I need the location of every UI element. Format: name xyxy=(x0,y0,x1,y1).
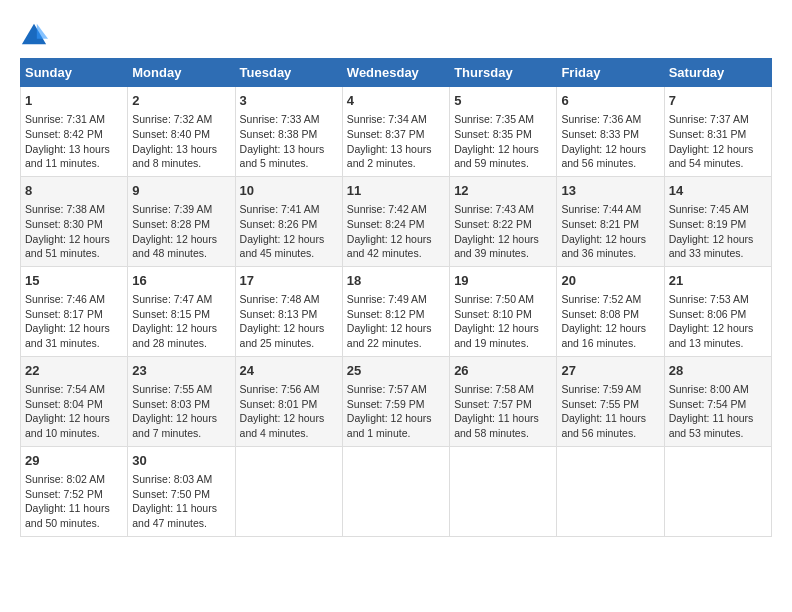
weekday-header-wednesday: Wednesday xyxy=(342,59,449,87)
day-cell-8: 8Sunrise: 7:38 AMSunset: 8:30 PMDaylight… xyxy=(21,176,128,266)
weekday-header-saturday: Saturday xyxy=(664,59,771,87)
day-number: 13 xyxy=(561,182,659,200)
day-cell-3: 3Sunrise: 7:33 AMSunset: 8:38 PMDaylight… xyxy=(235,87,342,177)
day-number: 16 xyxy=(132,272,230,290)
day-number: 12 xyxy=(454,182,552,200)
day-number: 5 xyxy=(454,92,552,110)
day-number: 23 xyxy=(132,362,230,380)
weekday-header-friday: Friday xyxy=(557,59,664,87)
day-number: 8 xyxy=(25,182,123,200)
day-number: 27 xyxy=(561,362,659,380)
day-cell-21: 21Sunrise: 7:53 AMSunset: 8:06 PMDayligh… xyxy=(664,266,771,356)
logo xyxy=(20,20,52,48)
day-cell-20: 20Sunrise: 7:52 AMSunset: 8:08 PMDayligh… xyxy=(557,266,664,356)
day-cell-29: 29Sunrise: 8:02 AMSunset: 7:52 PMDayligh… xyxy=(21,446,128,536)
day-number: 2 xyxy=(132,92,230,110)
day-number: 6 xyxy=(561,92,659,110)
day-number: 28 xyxy=(669,362,767,380)
page-header xyxy=(20,20,772,48)
weekday-header-thursday: Thursday xyxy=(450,59,557,87)
logo-icon xyxy=(20,20,48,48)
day-cell-11: 11Sunrise: 7:42 AMSunset: 8:24 PMDayligh… xyxy=(342,176,449,266)
empty-cell xyxy=(557,446,664,536)
day-cell-17: 17Sunrise: 7:48 AMSunset: 8:13 PMDayligh… xyxy=(235,266,342,356)
weekday-header-monday: Monday xyxy=(128,59,235,87)
day-number: 9 xyxy=(132,182,230,200)
day-cell-24: 24Sunrise: 7:56 AMSunset: 8:01 PMDayligh… xyxy=(235,356,342,446)
day-cell-26: 26Sunrise: 7:58 AMSunset: 7:57 PMDayligh… xyxy=(450,356,557,446)
svg-marker-1 xyxy=(37,24,48,39)
day-cell-15: 15Sunrise: 7:46 AMSunset: 8:17 PMDayligh… xyxy=(21,266,128,356)
week-row-1: 1Sunrise: 7:31 AMSunset: 8:42 PMDaylight… xyxy=(21,87,772,177)
week-row-2: 8Sunrise: 7:38 AMSunset: 8:30 PMDaylight… xyxy=(21,176,772,266)
day-cell-1: 1Sunrise: 7:31 AMSunset: 8:42 PMDaylight… xyxy=(21,87,128,177)
day-cell-19: 19Sunrise: 7:50 AMSunset: 8:10 PMDayligh… xyxy=(450,266,557,356)
day-number: 25 xyxy=(347,362,445,380)
day-number: 20 xyxy=(561,272,659,290)
day-cell-4: 4Sunrise: 7:34 AMSunset: 8:37 PMDaylight… xyxy=(342,87,449,177)
day-number: 24 xyxy=(240,362,338,380)
calendar-table: SundayMondayTuesdayWednesdayThursdayFrid… xyxy=(20,58,772,537)
day-number: 3 xyxy=(240,92,338,110)
day-cell-18: 18Sunrise: 7:49 AMSunset: 8:12 PMDayligh… xyxy=(342,266,449,356)
empty-cell xyxy=(664,446,771,536)
empty-cell xyxy=(235,446,342,536)
week-row-3: 15Sunrise: 7:46 AMSunset: 8:17 PMDayligh… xyxy=(21,266,772,356)
empty-cell xyxy=(450,446,557,536)
day-cell-30: 30Sunrise: 8:03 AMSunset: 7:50 PMDayligh… xyxy=(128,446,235,536)
day-number: 15 xyxy=(25,272,123,290)
day-cell-28: 28Sunrise: 8:00 AMSunset: 7:54 PMDayligh… xyxy=(664,356,771,446)
day-number: 17 xyxy=(240,272,338,290)
day-cell-14: 14Sunrise: 7:45 AMSunset: 8:19 PMDayligh… xyxy=(664,176,771,266)
day-cell-22: 22Sunrise: 7:54 AMSunset: 8:04 PMDayligh… xyxy=(21,356,128,446)
day-cell-2: 2Sunrise: 7:32 AMSunset: 8:40 PMDaylight… xyxy=(128,87,235,177)
day-number: 19 xyxy=(454,272,552,290)
weekday-header-row: SundayMondayTuesdayWednesdayThursdayFrid… xyxy=(21,59,772,87)
day-number: 29 xyxy=(25,452,123,470)
day-number: 10 xyxy=(240,182,338,200)
weekday-header-sunday: Sunday xyxy=(21,59,128,87)
day-cell-5: 5Sunrise: 7:35 AMSunset: 8:35 PMDaylight… xyxy=(450,87,557,177)
day-cell-12: 12Sunrise: 7:43 AMSunset: 8:22 PMDayligh… xyxy=(450,176,557,266)
day-number: 26 xyxy=(454,362,552,380)
weekday-header-tuesday: Tuesday xyxy=(235,59,342,87)
day-cell-23: 23Sunrise: 7:55 AMSunset: 8:03 PMDayligh… xyxy=(128,356,235,446)
calendar-body: 1Sunrise: 7:31 AMSunset: 8:42 PMDaylight… xyxy=(21,87,772,537)
day-cell-13: 13Sunrise: 7:44 AMSunset: 8:21 PMDayligh… xyxy=(557,176,664,266)
calendar-header: SundayMondayTuesdayWednesdayThursdayFrid… xyxy=(21,59,772,87)
day-cell-9: 9Sunrise: 7:39 AMSunset: 8:28 PMDaylight… xyxy=(128,176,235,266)
day-cell-6: 6Sunrise: 7:36 AMSunset: 8:33 PMDaylight… xyxy=(557,87,664,177)
day-cell-25: 25Sunrise: 7:57 AMSunset: 7:59 PMDayligh… xyxy=(342,356,449,446)
week-row-4: 22Sunrise: 7:54 AMSunset: 8:04 PMDayligh… xyxy=(21,356,772,446)
day-number: 4 xyxy=(347,92,445,110)
day-cell-16: 16Sunrise: 7:47 AMSunset: 8:15 PMDayligh… xyxy=(128,266,235,356)
day-cell-10: 10Sunrise: 7:41 AMSunset: 8:26 PMDayligh… xyxy=(235,176,342,266)
day-cell-7: 7Sunrise: 7:37 AMSunset: 8:31 PMDaylight… xyxy=(664,87,771,177)
day-number: 22 xyxy=(25,362,123,380)
empty-cell xyxy=(342,446,449,536)
day-number: 7 xyxy=(669,92,767,110)
day-cell-27: 27Sunrise: 7:59 AMSunset: 7:55 PMDayligh… xyxy=(557,356,664,446)
day-number: 21 xyxy=(669,272,767,290)
week-row-5: 29Sunrise: 8:02 AMSunset: 7:52 PMDayligh… xyxy=(21,446,772,536)
day-number: 14 xyxy=(669,182,767,200)
day-number: 30 xyxy=(132,452,230,470)
day-number: 18 xyxy=(347,272,445,290)
day-number: 11 xyxy=(347,182,445,200)
day-number: 1 xyxy=(25,92,123,110)
